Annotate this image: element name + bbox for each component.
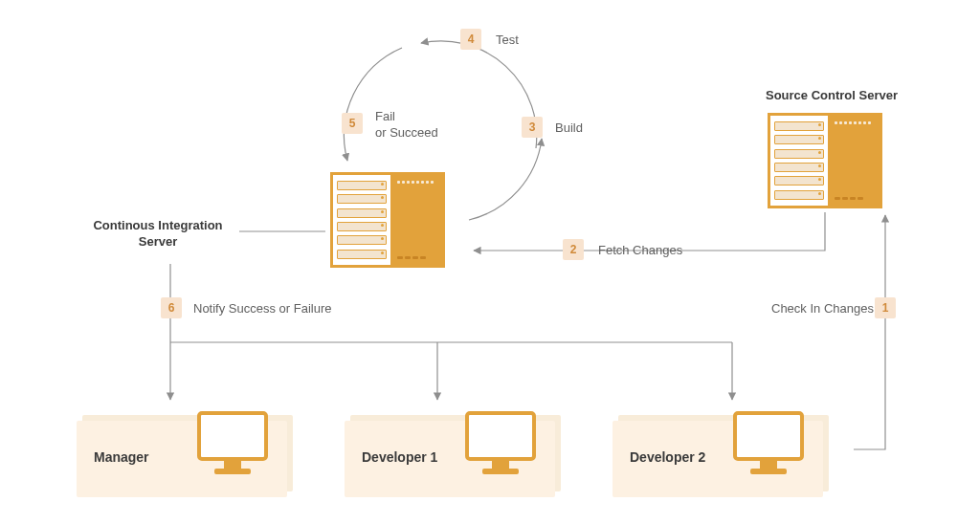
- step-2-badge: 2: [563, 239, 584, 260]
- ci-server-label: Continous Integration Server: [81, 218, 234, 251]
- step-3-label: Build: [555, 120, 583, 137]
- step-5-label: Fail or Succeed: [375, 109, 438, 142]
- svg-rect-14: [750, 469, 787, 474]
- step-3-badge: 3: [522, 117, 543, 138]
- role-developer-2: Developer 2: [612, 421, 823, 497]
- svg-rect-6: [199, 413, 266, 459]
- svg-rect-12: [735, 413, 802, 459]
- monitor-icon: [195, 409, 270, 478]
- ci-server-icon: [330, 172, 445, 268]
- step-4-label: Test: [496, 33, 519, 49]
- step-6-badge: 6: [161, 297, 182, 318]
- svg-rect-11: [482, 469, 519, 474]
- role-developer-2-label: Developer 2: [630, 449, 705, 465]
- source-control-server-label: Source Control Server: [766, 88, 898, 104]
- role-manager: Manager: [77, 421, 287, 497]
- monitor-icon: [731, 409, 806, 478]
- step-4-badge: 4: [460, 29, 481, 50]
- svg-rect-7: [224, 459, 241, 469]
- step-6-label: Notify Success or Failure: [193, 301, 332, 317]
- step-2-label: Fetch Changes: [598, 243, 682, 259]
- step-1-badge: 1: [875, 297, 896, 318]
- step-1-label: Check In Changes: [771, 301, 874, 317]
- role-manager-label: Manager: [94, 449, 149, 465]
- role-developer-1-label: Developer 1: [362, 449, 437, 465]
- svg-rect-8: [214, 469, 251, 474]
- svg-rect-13: [760, 459, 777, 469]
- ci-flow-diagram: { "colors": {"accent":"#e2a23b","badge_b…: [0, 0, 980, 524]
- svg-rect-9: [467, 413, 534, 459]
- step-5-badge: 5: [342, 113, 363, 134]
- monitor-icon: [463, 409, 538, 478]
- svg-rect-10: [492, 459, 509, 469]
- role-developer-1: Developer 1: [345, 421, 555, 497]
- source-control-server-icon: [768, 113, 882, 208]
